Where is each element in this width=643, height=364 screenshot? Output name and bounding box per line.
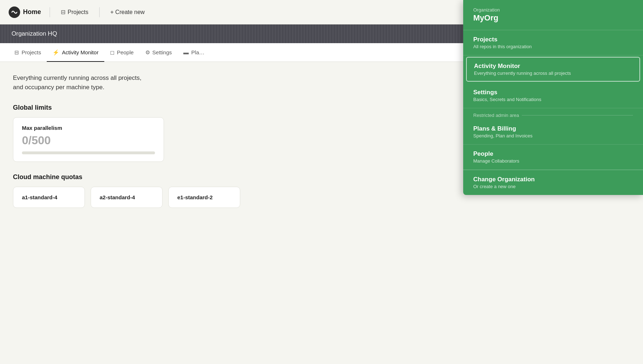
dropdown-change-org-sub: Or create a new one [473, 184, 633, 189]
tab-projects-label: Projects [22, 49, 41, 55]
quota-e1-label: e1-standard-2 [177, 194, 231, 200]
quota-a1-label: a1-standard-4 [22, 194, 76, 200]
tab-settings-label: Settings [152, 49, 172, 55]
parallelism-label: Max parallelism [22, 125, 155, 131]
tab-plans[interactable]: ▬ Pla… [178, 44, 210, 62]
dropdown-people-title: People [473, 150, 633, 158]
nav-divider-2 [99, 7, 100, 17]
quota-card-e1: e1-standard-2 [168, 187, 240, 208]
tab-activity-icon: ⚡ [53, 49, 59, 56]
org-banner-title: Organization HQ [12, 30, 57, 37]
dropdown-change-org-title: Change Organization [473, 176, 633, 183]
logo-icon [9, 6, 20, 18]
dropdown-item-change-org[interactable]: Change Organization Or create a new one [463, 170, 643, 195]
quota-card-a1: a1-standard-4 [13, 187, 85, 208]
dropdown-item-activity-monitor[interactable]: Activity Monitor Everything currently ru… [466, 57, 640, 82]
dropdown-settings-title: Settings [473, 89, 633, 96]
tab-projects[interactable]: ⊟ Projects [9, 44, 47, 62]
home-logo[interactable]: Home [9, 6, 41, 18]
dropdown-plans-title: Plans & Billing [473, 125, 633, 132]
dropdown-org-section: Organization MyOrg [463, 0, 643, 30]
dropdown-item-settings[interactable]: Settings Basics, Secrets and Notificatio… [463, 83, 643, 108]
parallelism-progress-bg [22, 151, 155, 154]
home-label: Home [23, 8, 41, 16]
dropdown-item-people[interactable]: People Manage Collaborators [463, 145, 643, 170]
tab-people-icon: ◻ [110, 49, 114, 56]
dropdown-restricted-label: Restricted admin area [463, 108, 643, 119]
quota-card-a2: a2-standard-4 [91, 187, 163, 208]
projects-nav-item[interactable]: ⊟ Projects [56, 6, 94, 18]
create-new-label: + Create new [110, 9, 145, 15]
nav-divider-1 [50, 7, 50, 17]
dropdown-projects-sub: All repos in this organization [473, 44, 633, 49]
tab-activity-label: Activity Monitor [62, 49, 99, 55]
dropdown-activity-sub: Everything currently running across all … [474, 70, 632, 76]
tab-people[interactable]: ◻ People [104, 44, 140, 62]
dropdown-item-plans[interactable]: Plans & Billing Spending, Plan and Invoi… [463, 119, 643, 145]
tab-activity-monitor[interactable]: ⚡ Activity Monitor [47, 44, 104, 62]
dropdown-item-projects[interactable]: Projects All repos in this organization [463, 30, 643, 55]
dropdown-activity-title: Activity Monitor [474, 63, 632, 70]
restricted-text: Restricted admin area [473, 113, 519, 118]
dropdown-settings-sub: Basics, Secrets and Notifications [473, 97, 633, 102]
dropdown-org-name: MyOrg [473, 13, 633, 23]
dropdown-people-sub: Manage Collaborators [473, 158, 633, 164]
tab-people-label: People [117, 49, 134, 55]
quota-a2-label: a2-standard-4 [100, 194, 154, 200]
tab-settings[interactable]: ⚙ Settings [140, 44, 178, 62]
parallelism-value: 0/500 [22, 134, 155, 147]
projects-icon: ⊟ [61, 9, 65, 15]
create-new-button[interactable]: + Create new [105, 7, 150, 18]
tab-projects-icon: ⊟ [14, 49, 19, 56]
dropdown-org-label: Organization [473, 7, 633, 13]
dropdown-plans-sub: Spending, Plan and Invoices [473, 133, 633, 138]
tab-plans-label: Pla… [191, 49, 205, 55]
projects-label: Projects [68, 9, 88, 15]
parallelism-card: Max parallelism 0/500 [13, 117, 164, 162]
tab-settings-icon: ⚙ [145, 49, 150, 56]
org-dropdown: Organization MyOrg Projects All repos in… [463, 0, 643, 195]
dropdown-projects-title: Projects [473, 36, 633, 43]
tab-plans-icon: ▬ [183, 49, 189, 55]
